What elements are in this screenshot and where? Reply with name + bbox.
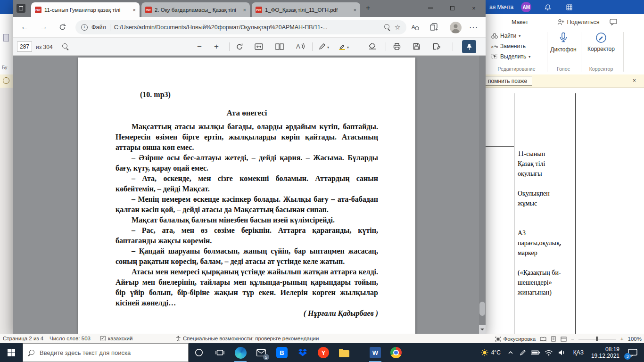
edge-tab-strip: 11-сынып Гуманитар қазақ тілі × 2. Оқу б…: [13, 0, 486, 17]
editor-button[interactable]: Корректор: [585, 32, 618, 52]
taskbar-search-box[interactable]: Введите здесь текст для поиска: [23, 343, 189, 362]
dictate-button[interactable]: Диктофон: [548, 32, 579, 53]
weather-button[interactable]: 4°C: [477, 343, 504, 362]
taskbar-mail-button[interactable]: 5: [251, 343, 272, 362]
zoom-slider[interactable]: [578, 337, 616, 341]
word-document-area: 11-сыныпҚазақ тіліоқулығы Оқулықпенжұмыс…: [486, 88, 644, 334]
page-number-input[interactable]: 287: [17, 41, 32, 52]
pdf-scrollbar[interactable]: [479, 56, 486, 334]
pen-tray-button[interactable]: [517, 343, 529, 362]
window-menu-button[interactable]: [17, 4, 25, 13]
rotate-button[interactable]: [236, 43, 243, 50]
battery-tray-button[interactable]: [529, 343, 542, 362]
favorite-star-button[interactable]: [395, 23, 401, 32]
highlight-dropdown[interactable]: ▾: [347, 45, 349, 49]
notification-badge: 3: [624, 353, 631, 360]
taskbar-word-button[interactable]: W: [365, 343, 386, 362]
zoom-out-button[interactable]: −: [571, 336, 574, 342]
zoom-level[interactable]: 100%: [628, 336, 642, 342]
zoom-in-button[interactable]: +: [214, 42, 219, 50]
pin-toolbar-button[interactable]: [462, 40, 476, 53]
browser-tab-1[interactable]: 11-сынып Гуманитар қазақ тілі ×: [31, 2, 140, 17]
cortana-button[interactable]: [189, 343, 209, 362]
share-button[interactable]: Поделиться: [557, 19, 599, 25]
back-button[interactable]: ←: [21, 23, 29, 31]
notification-close-button[interactable]: ×: [633, 77, 636, 84]
read-aloud-pdf-button[interactable]: A: [296, 42, 305, 50]
task-view-button[interactable]: [209, 343, 230, 362]
notification-center-button[interactable]: 3: [622, 343, 644, 362]
network-tray-button[interactable]: [542, 343, 555, 362]
pdf-scrollbar-thumb[interactable]: [479, 302, 485, 316]
profile-avatar[interactable]: [450, 22, 462, 33]
taskbar-edge-button[interactable]: [230, 343, 251, 362]
collections-button[interactable]: [430, 23, 438, 31]
word-notification-bar: помнить позже ×: [486, 74, 644, 88]
read-aloud-button[interactable]: A: [411, 23, 419, 31]
more-menu-button[interactable]: [470, 24, 479, 31]
accessibility-status[interactable]: Специальные возможности: проверьте реком…: [175, 336, 319, 341]
language-indicator[interactable]: казахский: [100, 336, 132, 341]
word-avatar[interactable]: AM: [521, 2, 531, 12]
new-tab-button[interactable]: +: [366, 4, 370, 12]
highlight-button[interactable]: [339, 43, 346, 50]
tab-close-button[interactable]: ×: [354, 7, 356, 13]
bell-icon[interactable]: [545, 4, 551, 11]
pdf-paragraph: – Менің немерем өскенде кәсіпкер болады.…: [116, 194, 378, 215]
save-button[interactable]: [413, 43, 420, 50]
replace-button[interactable]: ab Заменить: [491, 43, 526, 49]
view-read-button[interactable]: [540, 337, 546, 342]
volume-tray-button[interactable]: [555, 343, 569, 362]
refresh-button[interactable]: [58, 23, 66, 31]
browser-tab-2[interactable]: 2. Оқу бағдарламасы_ Қазақ тілі ×: [141, 2, 250, 17]
zoom-slider-thumb[interactable]: [596, 337, 598, 341]
edge-window: 11-сынып Гуманитар қазақ тілі × 2. Оқу б…: [13, 0, 486, 334]
page-view-button[interactable]: [275, 43, 284, 50]
clock[interactable]: 08:1919.12.2021: [588, 343, 622, 362]
language-indicator[interactable]: ҚАЗ: [569, 343, 588, 362]
address-bar[interactable]: Файл C:/Users/admin/Documents/Новый%20фо…: [75, 20, 406, 34]
tab-close-button[interactable]: ×: [243, 7, 246, 13]
page-indicator[interactable]: Страница 2 из 4: [3, 336, 43, 341]
select-button[interactable]: Выделить▾: [491, 53, 530, 60]
start-button[interactable]: [0, 343, 23, 362]
focus-button[interactable]: Фокусировка: [495, 336, 536, 342]
minimize-button[interactable]: [420, 0, 441, 16]
remind-later-button[interactable]: помнить позже: [483, 76, 532, 86]
task-view-icon: [215, 349, 224, 356]
table-border-horizontal: [486, 146, 514, 147]
taskbar-chrome-button[interactable]: [386, 343, 406, 362]
comments-button[interactable]: [610, 19, 617, 25]
taskbar-vk-button[interactable]: B: [272, 343, 292, 362]
view-web-button[interactable]: [561, 337, 567, 342]
grid-icon[interactable]: [566, 4, 572, 10]
print-button[interactable]: [393, 43, 401, 50]
draw-dropdown[interactable]: ▾: [327, 45, 329, 49]
forward-button[interactable]: →: [40, 23, 48, 31]
ribbon-tab-layout[interactable]: Макет: [512, 19, 528, 25]
maximize-button[interactable]: [441, 0, 463, 16]
close-button[interactable]: ×: [463, 0, 485, 16]
view-print-button[interactable]: [551, 336, 556, 342]
draw-button[interactable]: [319, 43, 326, 50]
zoom-indicator-icon[interactable]: [384, 24, 391, 31]
scroll-down-button[interactable]: [479, 325, 486, 334]
save-as-button[interactable]: [433, 43, 440, 50]
tab-close-button[interactable]: ×: [133, 7, 136, 13]
dropbox-icon: [298, 349, 307, 357]
fit-width-button[interactable]: [255, 43, 263, 50]
taskbar-dropbox-button[interactable]: [292, 343, 313, 362]
taskbar-folder-button[interactable]: [334, 343, 355, 362]
browser-tab-3[interactable]: 1_ФО_Қазақ тілі_11_ОГН.pdf ×: [252, 2, 360, 17]
taskbar-yandex-button[interactable]: Y: [313, 343, 334, 362]
find-button[interactable]: Найти▾: [491, 33, 520, 39]
word-count[interactable]: Число слов: 503: [50, 336, 91, 341]
file-info-icon[interactable]: [81, 24, 88, 31]
zoom-out-button[interactable]: −: [197, 42, 202, 50]
zoom-in-button[interactable]: +: [620, 336, 624, 342]
tab-title: 1_ФО_Қазақ тілі_11_ОГН.pdf: [265, 7, 351, 13]
tray-expand-button[interactable]: [504, 343, 517, 362]
word-status-bar: Страница 2 из 4 Число слов: 503 казахски…: [0, 334, 644, 343]
erase-button[interactable]: [369, 43, 376, 49]
chevron-up-icon: [508, 351, 513, 354]
